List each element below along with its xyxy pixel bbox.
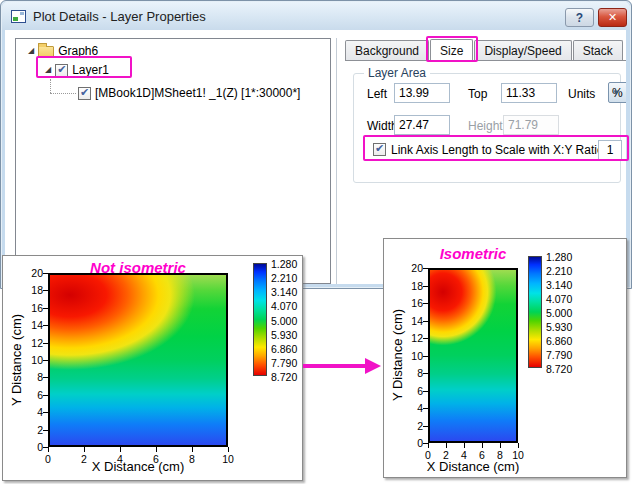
left-field[interactable] — [394, 83, 450, 103]
colorbar-label: 5.000 — [546, 307, 572, 319]
tree-item-dataset-label: [MBook1D]MSheet1! _1(Z) [1*:30000*] — [95, 86, 300, 100]
x-tick-label: 2 — [74, 453, 94, 465]
y-tick-mark — [43, 273, 48, 274]
colorbar-label: 1.280 — [546, 251, 572, 263]
x-tick-label: 8 — [490, 449, 510, 461]
panel-splitter[interactable] — [336, 38, 337, 284]
units-dropdown[interactable]: % of ▼ — [608, 82, 626, 103]
y-tick-label: 16 — [401, 297, 423, 309]
y-tick-label: 0 — [21, 441, 43, 453]
help-icon: ? — [576, 11, 583, 25]
tree-connector — [50, 79, 51, 93]
y-tick-label: 6 — [401, 385, 423, 397]
y-tick-mark — [43, 308, 48, 309]
heatmap-frame — [48, 273, 228, 447]
x-tick-label: 0 — [418, 449, 438, 461]
colorbar-label: 1.280 — [271, 258, 297, 270]
x-tick-mark — [428, 443, 429, 448]
y-tick-mark — [423, 303, 428, 304]
y-tick-label: 0 — [401, 437, 423, 449]
y-tick-mark — [43, 290, 48, 291]
x-tick-mark — [228, 447, 229, 452]
x-tick-mark — [84, 447, 85, 452]
colorbar-label: 8.720 — [546, 363, 572, 375]
colorbar-label: 4.070 — [546, 293, 572, 305]
dataset-checkbox[interactable] — [78, 87, 91, 100]
y-tick-label: 8 — [401, 367, 423, 379]
dialog-titlebar[interactable]: Plot Details - Layer Properties ? ✕ — [2, 2, 630, 30]
arrow-shaft — [303, 364, 367, 368]
graph-window-isometric[interactable]: Isometric X Distance (cm) Y Distance (cm… — [383, 238, 627, 478]
y-tick-mark — [423, 373, 428, 374]
close-icon: ✕ — [608, 11, 617, 24]
y-tick-label: 4 — [401, 402, 423, 414]
tab-display-speed[interactable]: Display/Speed — [474, 40, 571, 60]
x-tick-label: 6 — [146, 453, 166, 465]
y-tick-mark — [43, 325, 48, 326]
tree-item-dataset[interactable]: [MBook1D]MSheet1! _1(Z) [1*:30000*] — [78, 86, 300, 100]
colorbar-label: 7.790 — [546, 349, 572, 361]
y-tick-mark — [423, 321, 428, 322]
y-tick-mark — [423, 286, 428, 287]
layer-tree-panel: ◢ Graph6 ◢ Layer1 [MBook1D]MSheet1! _1(Z… — [15, 38, 331, 284]
help-button[interactable]: ? — [565, 8, 594, 27]
expander-icon[interactable]: ◢ — [45, 66, 51, 74]
x-axis-title: X Distance (cm) — [408, 459, 538, 474]
height-field[interactable] — [503, 115, 559, 135]
color-scale — [528, 256, 542, 368]
colorbar-label: 8.720 — [271, 371, 297, 383]
colorbar-label: 2.210 — [546, 265, 572, 277]
ratio-field[interactable] — [598, 140, 622, 160]
y-tick-label: 16 — [21, 302, 43, 314]
x-tick-label: 10 — [218, 453, 238, 465]
x-tick-mark — [48, 447, 49, 452]
y-tick-label: 4 — [21, 406, 43, 418]
y-tick-label: 20 — [21, 267, 43, 279]
expander-icon[interactable]: ◢ — [28, 47, 34, 55]
x-tick-mark — [192, 447, 193, 452]
tree-item-layer1-label: Layer1 — [72, 63, 109, 77]
colorbar-label: 6.860 — [271, 343, 297, 355]
y-tick-label: 10 — [401, 350, 423, 362]
app-icon — [11, 10, 26, 23]
link-axis-checkbox[interactable] — [373, 143, 386, 156]
tree-item-layer1[interactable]: ◢ Layer1 — [45, 63, 109, 77]
x-tick-mark — [446, 443, 447, 448]
colorbar-label: 6.860 — [546, 335, 572, 347]
top-label: Top — [468, 87, 487, 101]
y-tick-mark — [43, 412, 48, 413]
x-tick-label: 4 — [454, 449, 474, 461]
layer1-checkbox[interactable] — [55, 64, 68, 77]
y-tick-label: 12 — [401, 332, 423, 344]
x-tick-label: 4 — [110, 453, 130, 465]
heatmap-isometric — [430, 270, 516, 441]
tree-item-graph-label: Graph6 — [58, 44, 98, 58]
tab-background[interactable]: Background — [345, 40, 429, 60]
y-tick-label: 18 — [401, 280, 423, 292]
plot-isometric: Isometric X Distance (cm) Y Distance (cm… — [384, 239, 626, 477]
x-tick-mark — [156, 447, 157, 452]
height-label: Height — [468, 119, 503, 133]
left-label: Left — [367, 87, 387, 101]
y-tick-mark — [423, 356, 428, 357]
folder-icon — [38, 46, 54, 57]
width-field[interactable] — [394, 115, 450, 135]
close-button[interactable]: ✕ — [598, 8, 627, 27]
y-tick-label: 8 — [21, 371, 43, 383]
y-tick-mark — [423, 268, 428, 269]
top-field[interactable] — [501, 83, 557, 103]
heatmap-not-isometric — [50, 275, 226, 445]
y-tick-label: 6 — [21, 389, 43, 401]
tree-item-graph[interactable]: ◢ Graph6 — [28, 44, 98, 58]
dialog-title: Plot Details - Layer Properties — [33, 9, 206, 24]
y-tick-label: 14 — [401, 315, 423, 327]
tabstrip: Background Size Display/Speed Stack — [345, 39, 626, 61]
y-tick-mark — [43, 395, 48, 396]
x-tick-label: 2 — [436, 449, 456, 461]
tab-stack[interactable]: Stack — [573, 40, 623, 60]
graph-window-not-isometric[interactable]: Not isometric X Distance (cm) Y Distance… — [2, 255, 303, 481]
tab-size[interactable]: Size — [430, 39, 473, 61]
y-tick-label: 2 — [21, 424, 43, 436]
heatmap-frame — [428, 268, 518, 443]
y-tick-mark — [43, 343, 48, 344]
